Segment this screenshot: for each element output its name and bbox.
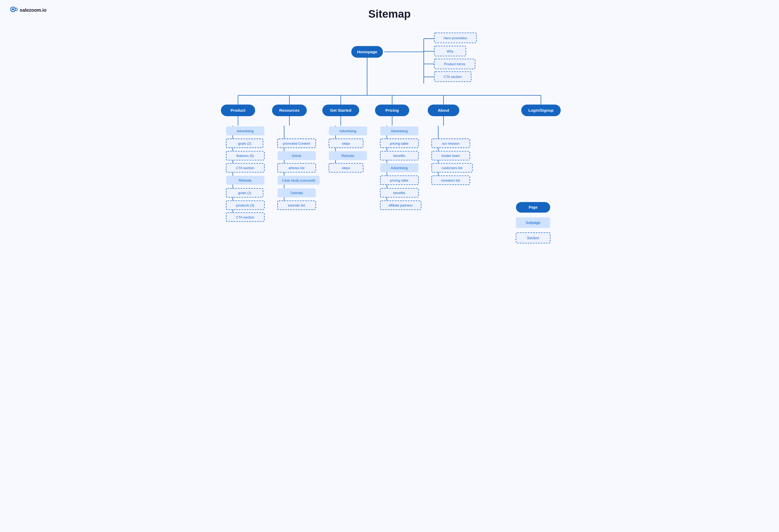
svg-text:CTA section: CTA section <box>236 166 254 170</box>
sitemap-diagram: Homepage Hero promotion Why Product Intr… <box>208 23 571 276</box>
svg-text:customers list: customers list <box>441 166 463 170</box>
pricing-benefits2-section: benefits <box>380 188 418 197</box>
resources-promoted-section: promoted Content <box>278 139 316 147</box>
pricing-page-node[interactable]: Pricing <box>375 105 409 116</box>
pricing-advertising2-subpage: Advertising <box>380 163 418 172</box>
svg-text:products (3): products (3) <box>236 203 254 207</box>
svg-text:our mission: our mission <box>442 141 459 145</box>
product-page-node[interactable]: Product <box>221 105 255 116</box>
svg-text:Login/Signup: Login/Signup <box>528 108 554 113</box>
svg-text:Get Started: Get Started <box>330 108 351 113</box>
pricing-table2-section: pricing table <box>380 176 418 184</box>
svg-text:Subpage: Subpage <box>526 221 540 225</box>
pricing-table1-section: pricing table <box>380 139 418 147</box>
sitemap-container: Sitemap <box>208 5 571 276</box>
svg-text:articles list: articles list <box>289 166 305 170</box>
cta-homepage-section: CTA section <box>434 72 471 82</box>
svg-text:investors list: investors list <box>441 178 460 182</box>
about-page-node[interactable]: About <box>428 105 459 116</box>
resources-tutorials-list-section: tutorials list <box>278 201 316 210</box>
legend-section: Section <box>516 233 550 243</box>
sitemap-svg-wrapper: Homepage Hero promotion Why Product Intr… <box>208 23 571 276</box>
resources-articles-list-section: articles list <box>278 163 316 172</box>
product-features-section: features (5) <box>226 151 264 160</box>
product-products-section: products (3) <box>226 201 264 210</box>
resources-article-subpage: Article <box>278 151 316 160</box>
svg-text:Hero promotion: Hero promotion <box>443 36 467 40</box>
svg-text:Advertising: Advertising <box>391 129 408 133</box>
product-intros-section: Product Intros <box>434 59 475 69</box>
about-investors-section: investors list <box>431 176 470 184</box>
pricing-benefits1-section: benefits <box>380 151 418 160</box>
svg-text:funder team: funder team <box>441 154 460 158</box>
product-cta-section: CTA section <box>226 163 264 172</box>
svg-text:tutorials list: tutorials list <box>288 203 305 207</box>
svg-text:About: About <box>438 108 449 113</box>
svg-text:steps: steps <box>342 166 350 170</box>
resources-page-node[interactable]: Resources <box>272 105 307 116</box>
svg-text:steps: steps <box>342 141 350 145</box>
svg-text:Advertising: Advertising <box>237 129 253 133</box>
pricing-affiliate-section: affiliate partners <box>380 201 421 210</box>
svg-text:Page: Page <box>529 205 538 210</box>
logo-icon <box>10 6 18 14</box>
svg-text:benefits: benefits <box>393 154 405 158</box>
legend-subpage: Subpage <box>516 218 550 228</box>
svg-text:pricing table: pricing table <box>390 141 409 145</box>
svg-text:Section: Section <box>527 236 539 240</box>
svg-text:Homepage: Homepage <box>357 50 377 54</box>
logo-text: salezoom.io <box>20 7 47 13</box>
get-started-steps2-section: steps <box>329 163 363 172</box>
svg-text:Advertising: Advertising <box>339 129 356 133</box>
about-mission-section: our mission <box>431 139 470 147</box>
legend-page: Page <box>516 202 550 213</box>
get-started-page-node[interactable]: Get Started <box>322 105 359 116</box>
product-cta2-section: CTA section <box>226 213 264 221</box>
svg-text:Pricing: Pricing <box>385 108 399 113</box>
svg-text:CTA section: CTA section <box>443 75 462 79</box>
svg-text:Tutorials: Tutorials <box>290 191 303 195</box>
svg-text:goals (2): goals (2) <box>238 141 251 145</box>
page-title: Sitemap <box>208 5 571 20</box>
homepage-node: Homepage <box>351 46 383 58</box>
get-started-advertising-subpage: Advertising <box>329 126 367 135</box>
product-refunds-subpage: Refunds <box>226 176 264 184</box>
about-customers-section: customers list <box>431 163 472 172</box>
get-started-steps1-section: steps <box>329 139 363 147</box>
svg-text:Why: Why <box>446 49 454 53</box>
login-signup-page-node[interactable]: Login/Signup <box>521 105 561 116</box>
svg-text:Product Intros: Product Intros <box>444 62 465 66</box>
svg-text:affiliate partners: affiliate partners <box>388 203 413 207</box>
svg-text:promoted Content: promoted Content <box>283 141 310 145</box>
svg-text:goals (2): goals (2) <box>238 191 251 195</box>
hero-promotion-section: Hero promotion <box>434 33 476 43</box>
svg-text:pricing table: pricing table <box>390 178 409 182</box>
why-section: Why <box>434 46 466 56</box>
resources-case-study-subpage: Case study (carousel) <box>278 176 320 184</box>
svg-text:Product: Product <box>231 108 245 113</box>
product-goals-section: goals (2) <box>226 139 263 147</box>
product-goals2-section: goals (2) <box>226 188 263 197</box>
svg-text:Article: Article <box>292 154 301 158</box>
resources-tutorials-subpage: Tutorials <box>278 188 316 197</box>
svg-text:Refunds: Refunds <box>239 178 252 182</box>
svg-point-1 <box>12 8 14 10</box>
get-started-refunds-subpage: Refunds <box>329 151 367 160</box>
svg-text:CTA section: CTA section <box>236 215 254 219</box>
pricing-advertising1-subpage: Advertising <box>380 126 418 135</box>
product-advertising-subpage: Advertising <box>226 126 264 135</box>
svg-text:Resources: Resources <box>280 108 300 113</box>
svg-text:features (5): features (5) <box>236 154 254 158</box>
svg-text:Advertising: Advertising <box>391 166 408 170</box>
svg-text:benefits: benefits <box>393 191 405 195</box>
svg-text:Refunds: Refunds <box>342 154 354 158</box>
logo: salezoom.io <box>10 6 47 14</box>
svg-text:Case study (carousel): Case study (carousel) <box>282 178 315 182</box>
about-funder-section: funder team <box>431 151 470 160</box>
